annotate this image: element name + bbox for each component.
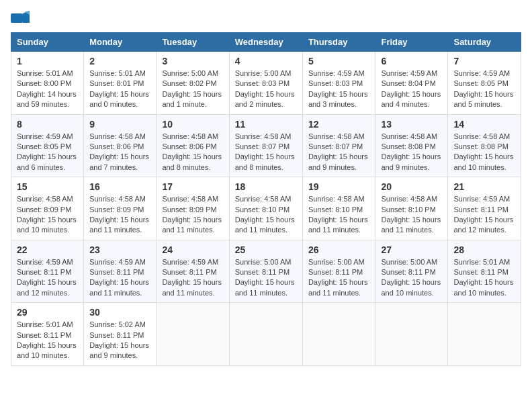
day-info: Sunrise: 4:58 AM Sunset: 8:08 PM Dayligh…	[381, 132, 442, 173]
calendar-cell: 15Sunrise: 4:58 AM Sunset: 8:09 PM Dayli…	[11, 177, 84, 240]
day-info: Sunrise: 4:58 AM Sunset: 8:09 PM Dayligh…	[89, 194, 150, 236]
day-number: 5	[308, 56, 370, 66]
day-number: 7	[453, 56, 515, 66]
calendar-week-2: 8Sunrise: 4:59 AM Sunset: 8:05 PM Daylig…	[11, 114, 521, 177]
calendar-cell: 14Sunrise: 4:58 AM Sunset: 8:08 PM Dayli…	[448, 114, 521, 177]
calendar-cell: 17Sunrise: 4:58 AM Sunset: 8:09 PM Dayli…	[157, 177, 229, 240]
day-info: Sunrise: 5:01 AM Sunset: 8:01 PM Dayligh…	[89, 68, 150, 110]
day-info: Sunrise: 4:58 AM Sunset: 8:06 PM Dayligh…	[89, 132, 150, 173]
calendar-table: SundayMondayTuesdayWednesdayThursdayFrid…	[11, 32, 521, 366]
calendar-cell: 12Sunrise: 4:58 AM Sunset: 8:07 PM Dayli…	[302, 114, 375, 177]
day-info: Sunrise: 4:58 AM Sunset: 8:10 PM Dayligh…	[381, 194, 442, 236]
day-info: Sunrise: 4:58 AM Sunset: 8:07 PM Dayligh…	[308, 132, 370, 173]
calendar-header-row: SundayMondayTuesdayWednesdayThursdayFrid…	[11, 33, 521, 52]
calendar-cell	[302, 303, 375, 366]
day-number: 15	[17, 181, 78, 192]
calendar-cell: 2Sunrise: 5:01 AM Sunset: 8:01 PM Daylig…	[84, 52, 157, 115]
calendar-cell: 20Sunrise: 4:58 AM Sunset: 8:10 PM Dayli…	[375, 177, 448, 240]
calendar-cell: 4Sunrise: 5:00 AM Sunset: 8:03 PM Daylig…	[229, 52, 302, 115]
day-info: Sunrise: 4:59 AM Sunset: 8:11 PM Dayligh…	[162, 257, 223, 299]
calendar-cell: 9Sunrise: 4:58 AM Sunset: 8:06 PM Daylig…	[84, 114, 157, 177]
day-info: Sunrise: 5:02 AM Sunset: 8:11 PM Dayligh…	[89, 320, 150, 361]
day-number: 13	[381, 119, 442, 130]
calendar-cell: 23Sunrise: 4:59 AM Sunset: 8:11 PM Dayli…	[84, 240, 157, 303]
day-number: 16	[89, 181, 150, 192]
day-info: Sunrise: 4:58 AM Sunset: 8:10 PM Dayligh…	[235, 194, 297, 236]
day-number: 14	[453, 119, 515, 130]
header-monday: Monday	[84, 33, 157, 52]
day-info: Sunrise: 5:00 AM Sunset: 8:03 PM Dayligh…	[235, 68, 297, 110]
day-number: 12	[308, 119, 370, 130]
header-tuesday: Tuesday	[157, 33, 229, 52]
day-number: 11	[235, 119, 297, 130]
day-number: 1	[17, 56, 78, 66]
day-info: Sunrise: 4:58 AM Sunset: 8:09 PM Dayligh…	[162, 194, 223, 236]
calendar-cell: 13Sunrise: 4:58 AM Sunset: 8:08 PM Dayli…	[375, 114, 448, 177]
day-info: Sunrise: 5:00 AM Sunset: 8:02 PM Dayligh…	[162, 68, 223, 110]
day-number: 18	[235, 181, 297, 192]
calendar-cell: 24Sunrise: 4:59 AM Sunset: 8:11 PM Dayli…	[157, 240, 229, 303]
day-info: Sunrise: 4:58 AM Sunset: 8:07 PM Dayligh…	[235, 132, 297, 173]
calendar-week-4: 22Sunrise: 4:59 AM Sunset: 8:11 PM Dayli…	[11, 240, 521, 303]
logo	[11, 11, 31, 26]
day-number: 8	[17, 119, 78, 130]
header-thursday: Thursday	[302, 33, 375, 52]
calendar-cell	[448, 303, 521, 366]
calendar-cell: 11Sunrise: 4:58 AM Sunset: 8:07 PM Dayli…	[229, 114, 302, 177]
header-saturday: Saturday	[448, 33, 521, 52]
header-sunday: Sunday	[11, 33, 84, 52]
calendar-cell	[375, 303, 448, 366]
calendar-cell: 18Sunrise: 4:58 AM Sunset: 8:10 PM Dayli…	[229, 177, 302, 240]
calendar-cell: 26Sunrise: 5:00 AM Sunset: 8:11 PM Dayli…	[302, 240, 375, 303]
day-number: 26	[308, 244, 370, 255]
day-info: Sunrise: 4:59 AM Sunset: 8:11 PM Dayligh…	[453, 194, 515, 236]
calendar-cell: 28Sunrise: 5:01 AM Sunset: 8:11 PM Dayli…	[448, 240, 521, 303]
page-header	[11, 11, 521, 26]
day-number: 21	[453, 181, 515, 192]
calendar-cell: 29Sunrise: 5:01 AM Sunset: 8:11 PM Dayli…	[11, 303, 84, 366]
calendar-cell: 7Sunrise: 4:59 AM Sunset: 8:05 PM Daylig…	[448, 52, 521, 115]
day-number: 2	[89, 56, 150, 66]
day-number: 24	[162, 244, 223, 255]
day-number: 6	[381, 56, 442, 66]
day-number: 10	[162, 119, 223, 130]
day-number: 17	[162, 181, 223, 192]
day-info: Sunrise: 4:59 AM Sunset: 8:11 PM Dayligh…	[89, 257, 150, 299]
day-info: Sunrise: 5:00 AM Sunset: 8:11 PM Dayligh…	[381, 257, 442, 299]
calendar-cell: 27Sunrise: 5:00 AM Sunset: 8:11 PM Dayli…	[375, 240, 448, 303]
calendar-cell: 3Sunrise: 5:00 AM Sunset: 8:02 PM Daylig…	[157, 52, 229, 115]
svg-rect-0	[11, 13, 23, 23]
calendar-cell	[157, 303, 229, 366]
day-number: 9	[89, 119, 150, 130]
day-info: Sunrise: 4:59 AM Sunset: 8:11 PM Dayligh…	[17, 257, 78, 299]
calendar-cell: 22Sunrise: 4:59 AM Sunset: 8:11 PM Dayli…	[11, 240, 84, 303]
day-info: Sunrise: 4:59 AM Sunset: 8:03 PM Dayligh…	[308, 68, 370, 110]
calendar-week-1: 1Sunrise: 5:01 AM Sunset: 8:00 PM Daylig…	[11, 52, 521, 115]
header-wednesday: Wednesday	[229, 33, 302, 52]
day-number: 30	[89, 307, 150, 318]
calendar-cell: 5Sunrise: 4:59 AM Sunset: 8:03 PM Daylig…	[302, 52, 375, 115]
day-info: Sunrise: 4:59 AM Sunset: 8:04 PM Dayligh…	[381, 68, 442, 110]
day-info: Sunrise: 4:58 AM Sunset: 8:10 PM Dayligh…	[308, 194, 370, 236]
header-friday: Friday	[375, 33, 448, 52]
day-info: Sunrise: 4:59 AM Sunset: 8:05 PM Dayligh…	[17, 132, 78, 173]
day-number: 23	[89, 244, 150, 255]
day-info: Sunrise: 4:58 AM Sunset: 8:09 PM Dayligh…	[17, 194, 78, 236]
day-number: 3	[162, 56, 223, 66]
day-number: 20	[381, 181, 442, 192]
calendar-cell: 21Sunrise: 4:59 AM Sunset: 8:11 PM Dayli…	[448, 177, 521, 240]
calendar-cell: 6Sunrise: 4:59 AM Sunset: 8:04 PM Daylig…	[375, 52, 448, 115]
calendar-cell: 10Sunrise: 4:58 AM Sunset: 8:06 PM Dayli…	[157, 114, 229, 177]
day-info: Sunrise: 5:00 AM Sunset: 8:11 PM Dayligh…	[235, 257, 297, 299]
calendar-cell	[229, 303, 302, 366]
calendar-cell: 19Sunrise: 4:58 AM Sunset: 8:10 PM Dayli…	[302, 177, 375, 240]
logo-icon	[11, 11, 30, 26]
day-number: 22	[17, 244, 78, 255]
day-info: Sunrise: 4:59 AM Sunset: 8:05 PM Dayligh…	[453, 68, 515, 110]
day-number: 28	[453, 244, 515, 255]
day-number: 27	[381, 244, 442, 255]
day-info: Sunrise: 5:01 AM Sunset: 8:00 PM Dayligh…	[17, 68, 78, 110]
calendar-cell: 1Sunrise: 5:01 AM Sunset: 8:00 PM Daylig…	[11, 52, 84, 115]
day-number: 19	[308, 181, 370, 192]
calendar-week-5: 29Sunrise: 5:01 AM Sunset: 8:11 PM Dayli…	[11, 303, 521, 366]
